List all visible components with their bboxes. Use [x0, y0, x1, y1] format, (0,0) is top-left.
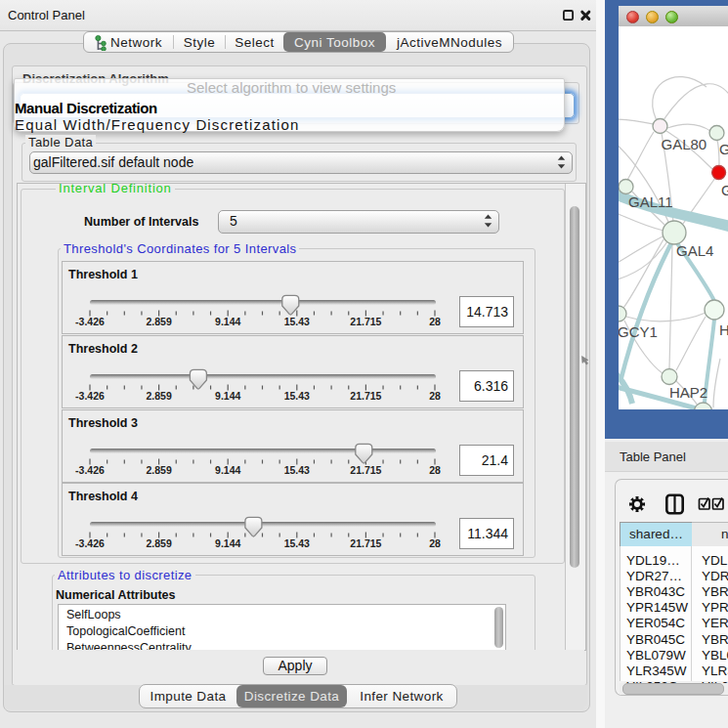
- svg-text:H: H: [719, 321, 728, 338]
- svg-text:HAP2: HAP2: [669, 384, 707, 401]
- svg-text:GAL80: GAL80: [662, 136, 707, 152]
- svg-text:GCY1: GCY1: [619, 323, 658, 340]
- svg-text:G: G: [721, 182, 728, 198]
- svg-text:GA: GA: [719, 141, 728, 157]
- svg-text:GAL4: GAL4: [676, 242, 713, 259]
- svg-text:GAL11: GAL11: [628, 193, 673, 210]
